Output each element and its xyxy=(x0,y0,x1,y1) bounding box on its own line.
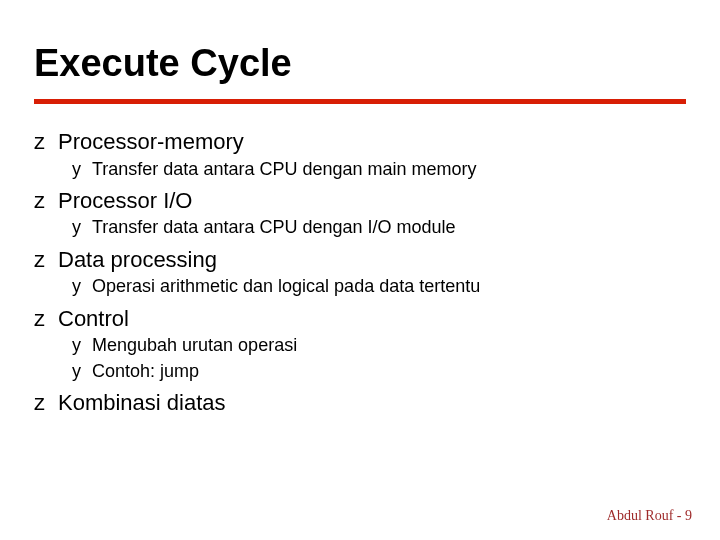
bullet-text: Mengubah urutan operasi xyxy=(92,335,297,355)
slide-title: Execute Cycle xyxy=(34,42,720,85)
subbullet-transfer-main-memory: yTransfer data antara CPU dengan main me… xyxy=(72,158,686,181)
bullet-icon: z xyxy=(34,187,58,215)
bullet-text: Transfer data antara CPU dengan I/O modu… xyxy=(92,217,456,237)
slide-footer: Abdul Rouf - 9 xyxy=(607,508,692,524)
bullet-icon: y xyxy=(72,360,92,383)
bullet-control: zControl xyxy=(34,305,686,333)
bullet-icon: y xyxy=(72,275,92,298)
bullet-data-processing: zData processing xyxy=(34,246,686,274)
bullet-icon: z xyxy=(34,389,58,417)
bullet-processor-memory: zProcessor-memory xyxy=(34,128,686,156)
subbullet-example-jump: yContoh: jump xyxy=(72,360,686,383)
bullet-text: Control xyxy=(58,306,129,331)
bullet-icon: z xyxy=(34,305,58,333)
bullet-icon: y xyxy=(72,334,92,357)
subbullet-change-order: yMengubah urutan operasi xyxy=(72,334,686,357)
bullet-text: Processor-memory xyxy=(58,129,244,154)
bullet-icon: z xyxy=(34,128,58,156)
bullet-text: Processor I/O xyxy=(58,188,192,213)
subbullet-transfer-io-module: yTransfer data antara CPU dengan I/O mod… xyxy=(72,216,686,239)
bullet-text: Operasi arithmetic dan logical pada data… xyxy=(92,276,480,296)
bullet-icon: y xyxy=(72,216,92,239)
bullet-text: Transfer data antara CPU dengan main mem… xyxy=(92,159,477,179)
slide: Execute Cycle zProcessor-memory yTransfe… xyxy=(0,0,720,540)
bullet-processor-io: zProcessor I/O xyxy=(34,187,686,215)
title-area: Execute Cycle xyxy=(0,0,720,85)
bullet-combination: zKombinasi diatas xyxy=(34,389,686,417)
bullet-icon: y xyxy=(72,158,92,181)
bullet-text: Contoh: jump xyxy=(92,361,199,381)
bullet-text: Data processing xyxy=(58,247,217,272)
bullet-icon: z xyxy=(34,246,58,274)
subbullet-arithmetic-logical: yOperasi arithmetic dan logical pada dat… xyxy=(72,275,686,298)
slide-body: zProcessor-memory yTransfer data antara … xyxy=(0,104,720,416)
bullet-text: Kombinasi diatas xyxy=(58,390,226,415)
